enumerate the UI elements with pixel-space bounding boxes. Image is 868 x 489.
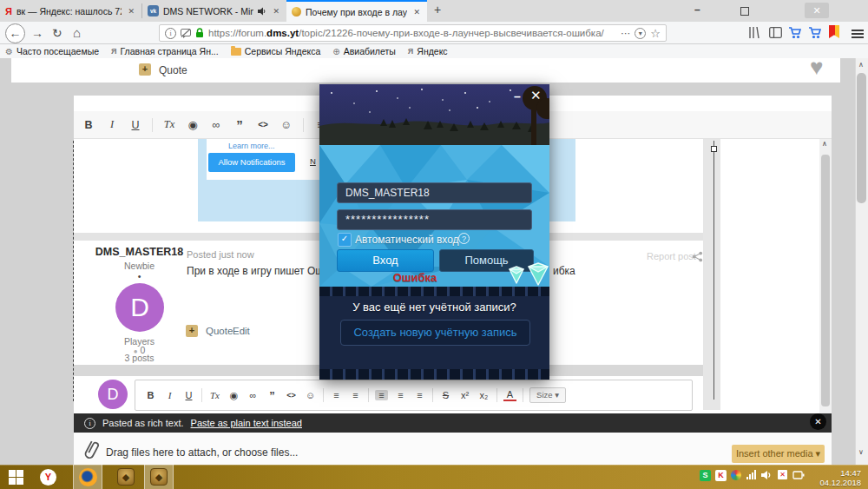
tray-skype-icon[interactable]: S: [700, 470, 711, 481]
taskbar-launcher-icon-active[interactable]: ◆: [144, 465, 174, 489]
scroll-down-icon[interactable]: ∨: [858, 448, 864, 456]
multiquote-button[interactable]: +: [186, 325, 198, 337]
bold-icon[interactable]: B: [144, 390, 157, 400]
username-input[interactable]: DMS_MASTER18: [337, 182, 532, 203]
tray-volume-icon[interactable]: [761, 470, 773, 480]
like-heart-icon[interactable]: ♥: [810, 54, 823, 81]
tab-yandex-search[interactable]: Я вк — Яндекс: нашлось 722 мл ✕: [0, 0, 141, 22]
bullet-list-icon[interactable]: ≡: [330, 390, 343, 400]
bookmark-yandex-home[interactable]: ЯГлавная страница Ян...: [111, 46, 219, 56]
library-icon[interactable]: [748, 26, 762, 39]
post-author-name[interactable]: DMS_MASTER18: [94, 246, 185, 258]
launcher-minimize-icon[interactable]: –: [514, 89, 521, 103]
plus-quote-button[interactable]: +: [139, 63, 151, 76]
window-restore-button[interactable]: [740, 7, 749, 16]
tray-kaspersky-icon[interactable]: K: [715, 470, 727, 481]
editor-scroll-thumb[interactable]: [821, 155, 830, 406]
insert-media-button[interactable]: Insert other media ▾: [732, 445, 825, 463]
tab-audio-icon[interactable]: [258, 7, 266, 16]
tray-network-icon[interactable]: [746, 470, 756, 479]
url-bar[interactable]: i https://forum.dms.yt/topic/21226-почем…: [159, 24, 667, 42]
taskbar-clock[interactable]: 14:47 04.12.2018: [807, 468, 861, 487]
tray-power-icon[interactable]: [792, 470, 805, 480]
tab-active-topic[interactable]: Почему при входе в лаунчер ✕: [286, 0, 427, 22]
emoji-icon[interactable]: ☺: [304, 390, 317, 400]
emoji-icon[interactable]: ☺: [279, 119, 293, 131]
tab-close-icon[interactable]: ✕: [411, 8, 422, 17]
permissions-icon[interactable]: [181, 29, 191, 38]
numbered-list-icon[interactable]: ≡: [349, 390, 362, 400]
align-right-icon[interactable]: ≡: [413, 390, 426, 400]
forward-button[interactable]: →: [31, 26, 43, 40]
help-question-icon[interactable]: ?: [458, 233, 470, 244]
reload-button[interactable]: ↻: [52, 26, 62, 40]
selection-resize-handle[interactable]: [711, 146, 717, 152]
taskbar-launcher-icon[interactable]: ◆: [111, 465, 141, 489]
create-account-button[interactable]: Создать новую учётную запись: [340, 320, 530, 346]
cart-icon-2[interactable]: [808, 26, 822, 39]
tab-close-icon[interactable]: ✕: [126, 7, 136, 16]
taskbar-yandex-browser-icon[interactable]: Y: [40, 469, 56, 486]
bookmark-yandex-services[interactable]: Сервисы Яндекса: [231, 46, 321, 56]
back-button[interactable]: ←: [5, 23, 25, 43]
post-edit-link[interactable]: Edit: [233, 326, 250, 336]
tray-action-center-icon[interactable]: ✕: [778, 470, 787, 479]
bookmark-avia[interactable]: ⊕Авиабилеты: [332, 46, 396, 56]
bookmark-star-icon[interactable]: ☆: [650, 27, 661, 40]
report-post-link[interactable]: Report post: [647, 251, 696, 261]
choose-files-link[interactable]: choose files...: [234, 446, 298, 459]
post-quote-link[interactable]: Quote: [206, 326, 233, 336]
page-scroll-thumb[interactable]: [857, 73, 866, 203]
code-icon[interactable]: <>: [285, 391, 298, 400]
superscript-icon[interactable]: x²: [458, 390, 471, 400]
sidebar-icon[interactable]: [769, 27, 782, 38]
blockquote-icon[interactable]: ”: [266, 389, 279, 402]
post-author-avatar[interactable]: D: [115, 283, 164, 332]
subscript-icon[interactable]: x₂: [477, 390, 490, 400]
menu-hamburger-icon[interactable]: [852, 28, 864, 40]
editor-scroll-up-icon[interactable]: ∧: [822, 140, 827, 148]
window-close-button[interactable]: ✕: [805, 3, 829, 18]
italic-icon[interactable]: I: [110, 118, 114, 130]
align-left-icon[interactable]: ≡: [375, 390, 388, 400]
cart-icon[interactable]: [788, 26, 802, 39]
bold-icon[interactable]: B: [82, 119, 95, 131]
preview-eye-icon[interactable]: ◉: [186, 118, 200, 131]
share-icon[interactable]: [692, 251, 703, 262]
page-actions-icon[interactable]: ⋯: [621, 28, 630, 39]
new-tab-button[interactable]: +: [434, 3, 441, 17]
scroll-up-icon[interactable]: ∧: [858, 61, 864, 69]
italic-icon[interactable]: I: [168, 390, 172, 400]
pocket-icon[interactable]: ▾: [635, 28, 646, 39]
taskbar-firefox-icon[interactable]: [73, 465, 102, 489]
link-icon[interactable]: ∞: [247, 390, 260, 400]
bookmark-yandex[interactable]: ЯЯндекс: [408, 46, 448, 56]
start-button[interactable]: [9, 470, 23, 485]
autologin-checkbox[interactable]: ✓: [338, 233, 352, 247]
quote-link[interactable]: Quote: [159, 64, 187, 76]
font-color-icon[interactable]: A: [503, 389, 516, 401]
bookmark-frequent[interactable]: ⚙Часто посещаемые: [5, 46, 99, 56]
launcher-close-icon[interactable]: ✕: [530, 88, 542, 103]
strikethrough-icon[interactable]: S: [439, 390, 452, 400]
home-button[interactable]: ⌂: [73, 25, 81, 40]
page-info-icon[interactable]: i: [165, 28, 176, 39]
url-text[interactable]: https://forum.dms.yt/topic/21226-почему-…: [208, 28, 616, 38]
window-minimize-button[interactable]: –: [694, 3, 700, 16]
login-button[interactable]: Вход: [337, 249, 434, 272]
link-icon[interactable]: ∞: [209, 119, 223, 131]
dismiss-close-icon[interactable]: ✕: [810, 413, 826, 430]
tray-pinwheel-icon[interactable]: [731, 470, 741, 480]
selection-border-right[interactable]: [713, 141, 714, 400]
code-icon[interactable]: <>: [256, 120, 270, 129]
blockquote-icon[interactable]: ”: [233, 117, 247, 132]
paste-plain-link[interactable]: Paste as plain text instead: [191, 418, 302, 428]
font-size-select[interactable]: Size ▾: [529, 387, 566, 403]
clear-format-icon[interactable]: Tx: [210, 390, 220, 400]
underline-icon[interactable]: U: [128, 119, 142, 131]
password-input[interactable]: ****************: [337, 209, 532, 230]
clear-format-icon[interactable]: Tx: [164, 118, 175, 130]
tab-close-icon[interactable]: ✕: [271, 7, 281, 16]
underline-icon[interactable]: U: [182, 390, 195, 400]
preview-eye-icon[interactable]: ◉: [227, 390, 240, 401]
